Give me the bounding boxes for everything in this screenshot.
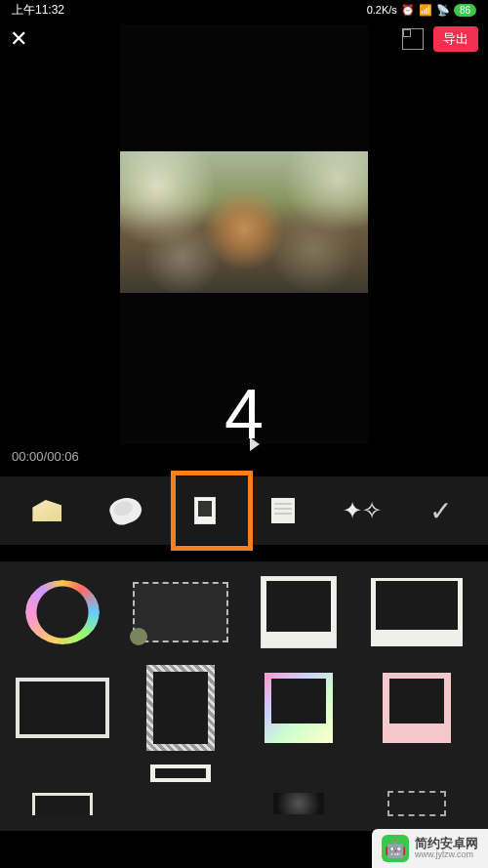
frame-thick-white[interactable]: [14, 669, 111, 747]
check-icon: ✓: [429, 495, 452, 527]
frame-radial-dark[interactable]: [250, 765, 347, 843]
banana-icon: [107, 493, 145, 527]
playhead-icon[interactable]: [250, 437, 260, 451]
notepad-icon: [271, 498, 295, 523]
watermark-url: www.jylzw.com: [415, 850, 478, 860]
alarm-icon: ⏰: [401, 4, 415, 17]
topbar-right: 导出: [402, 26, 478, 52]
wifi-icon: 📡: [436, 4, 450, 17]
status-bar: 上午11:32 0.2K/s ⏰ 📶 📡 86: [0, 0, 488, 20]
confirm-button[interactable]: ✓: [420, 489, 463, 532]
frame-pink-polaroid[interactable]: [368, 669, 466, 747]
frame-tab-white[interactable]: [14, 765, 111, 843]
frame-polaroid-landscape[interactable]: [368, 573, 466, 651]
preview-pane[interactable]: 4: [120, 24, 368, 444]
category-sparkle[interactable]: ✦✧: [341, 489, 384, 532]
time-total: 00:06: [47, 449, 79, 464]
frames-grid: [0, 561, 488, 831]
battery-badge: 86: [454, 4, 476, 17]
frame-emoji-wreath[interactable]: [14, 573, 111, 651]
frame-ticket-stamp[interactable]: [132, 573, 229, 651]
watermark: 🤖 简约安卓网 www.jylzw.com: [372, 829, 488, 868]
frame-polaroid-portrait[interactable]: [250, 573, 347, 651]
cheese-icon: [32, 500, 61, 521]
export-button[interactable]: 导出: [433, 26, 478, 52]
close-icon[interactable]: ✕: [10, 26, 27, 52]
category-banana[interactable]: [104, 489, 147, 532]
category-cheese[interactable]: [25, 489, 68, 532]
timeline-display: 00:00/00:06: [12, 449, 79, 464]
android-icon: 🤖: [382, 835, 409, 862]
expand-icon[interactable]: [402, 28, 424, 50]
watermark-title: 简约安卓网: [415, 837, 478, 850]
status-time: 上午11:32: [12, 2, 64, 19]
status-right: 0.2K/s ⏰ 📶 📡 86: [367, 4, 476, 17]
status-net: 0.2K/s: [367, 4, 397, 16]
signal-icon: 📶: [419, 4, 432, 17]
frame-newspaper[interactable]: [132, 669, 229, 747]
time-current: 00:00: [12, 449, 44, 464]
category-notepad[interactable]: [262, 489, 305, 532]
preview-video-frame: [120, 151, 368, 293]
frame-holographic[interactable]: [250, 669, 347, 747]
frame-tab-paper[interactable]: [132, 765, 229, 843]
sparkle-icon: ✦✧: [343, 497, 382, 524]
category-selection-highlight: [171, 471, 253, 551]
